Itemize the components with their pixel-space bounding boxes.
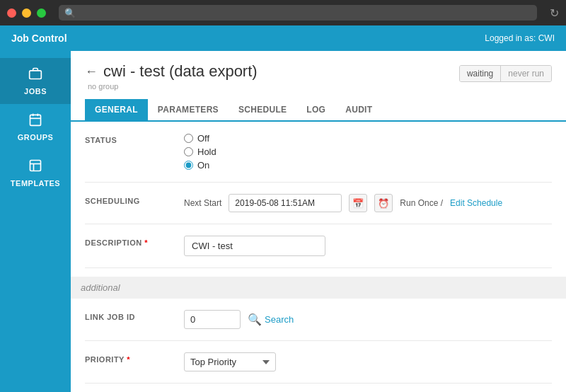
scheduling-section: SCHEDULING Next Start 📅 ⏰ Run Once / Edi…	[85, 183, 552, 224]
tab-parameters[interactable]: PARAMETERS	[148, 99, 229, 122]
tab-log[interactable]: LOG	[296, 99, 335, 122]
sidebar-item-jobs[interactable]: JOBS	[0, 58, 71, 104]
description-label: DESCRIPTION *	[85, 236, 156, 247]
page-title-area: ← cwi - test (data export) no group	[85, 62, 258, 91]
search-bar: 🔍	[59, 5, 537, 21]
status-on-radio[interactable]	[184, 161, 193, 170]
link-job-label: LINK JOB ID	[85, 310, 156, 321]
status-off-radio[interactable]	[184, 134, 193, 143]
back-arrow-icon[interactable]: ←	[85, 64, 98, 79]
logged-in-label: Logged in as: CWI	[485, 33, 555, 43]
sidebar-groups-label: GROUPS	[18, 133, 54, 142]
maximize-button[interactable]	[37, 8, 46, 18]
status-on-label: On	[197, 160, 209, 171]
page-header: ← cwi - test (data export) no group wait…	[71, 51, 566, 93]
app-title: Job Control	[11, 33, 67, 44]
sidebar-item-groups[interactable]: GROUPS	[0, 104, 71, 150]
search-label: Search	[265, 314, 294, 325]
next-start-input[interactable]	[229, 194, 342, 212]
status-off-option[interactable]: Off	[184, 133, 552, 144]
title-bar: 🔍 ↻	[0, 0, 566, 25]
svg-rect-1	[30, 115, 41, 125]
groups-icon	[28, 113, 42, 130]
status-hold-radio[interactable]	[184, 147, 193, 156]
status-hold-option[interactable]: Hold	[184, 146, 552, 157]
sidebar-item-templates[interactable]: TEMPLATES	[0, 150, 71, 196]
status-hold-label: Hold	[197, 146, 216, 157]
scheduling-row: Next Start 📅 ⏰ Run Once / Edit Schedule	[184, 194, 552, 212]
status-section: STATUS Off Hold On	[85, 122, 552, 183]
scheduling-controls: Next Start 📅 ⏰ Run Once / Edit Schedule	[184, 194, 552, 212]
main-content: ← cwi - test (data export) no group wait…	[71, 51, 566, 392]
status-on-option[interactable]: On	[184, 160, 552, 171]
priority-controls: Top Priority High Normal Low	[184, 352, 552, 371]
svg-rect-0	[30, 71, 42, 79]
minimize-button[interactable]	[22, 8, 31, 18]
tab-schedule[interactable]: SCHEDULE	[229, 99, 296, 122]
search-icon: 🔍	[64, 8, 76, 18]
status-badge: waiting never run	[459, 65, 552, 82]
status-label: STATUS	[85, 133, 156, 144]
badge-never-run: never run	[501, 66, 551, 81]
link-job-section: LINK JOB ID 🔍 Search	[85, 299, 552, 341]
calendar-icon-button[interactable]: 📅	[349, 194, 367, 212]
tab-general[interactable]: GENERAL	[85, 99, 148, 122]
tab-bar: GENERAL PARAMETERS SCHEDULE LOG AUDIT	[71, 99, 566, 122]
clock-icon-button[interactable]: ⏰	[374, 194, 393, 212]
refresh-icon[interactable]: ↻	[550, 6, 559, 20]
status-radio-group: Off Hold On	[184, 133, 552, 171]
additional-label: additional	[81, 282, 120, 293]
sidebar-jobs-label: JOBS	[24, 87, 47, 96]
sidebar: JOBS GROUPS TEMPLATES	[0, 51, 71, 392]
priority-label: PRIORITY *	[85, 352, 156, 364]
page-title: ← cwi - test (data export)	[85, 62, 258, 81]
additional-section: additional	[71, 277, 566, 299]
main-layout: JOBS GROUPS TEMPLATES	[0, 51, 566, 392]
search-button[interactable]: 🔍 Search	[248, 313, 294, 326]
form-content: STATUS Off Hold On	[71, 122, 566, 392]
search-circle-icon: 🔍	[248, 313, 262, 326]
priority-select[interactable]: Top Priority High Normal Low	[184, 352, 276, 371]
link-job-input[interactable]	[184, 310, 241, 329]
link-job-controls: 🔍 Search	[184, 310, 552, 329]
tab-audit[interactable]: AUDIT	[335, 99, 382, 122]
app-header: Job Control Logged in as: CWI	[0, 25, 566, 51]
status-controls: Off Hold On	[184, 133, 552, 171]
templates-icon	[28, 158, 42, 176]
scheduling-label: SCHEDULING	[85, 194, 156, 205]
run-once-text: Run Once /	[400, 198, 443, 208]
priority-section: PRIORITY * Top Priority High Normal Low	[85, 341, 552, 384]
close-button[interactable]	[7, 8, 16, 18]
description-controls	[184, 236, 552, 256]
status-off-label: Off	[197, 133, 209, 144]
link-job-row: 🔍 Search	[184, 310, 552, 329]
svg-rect-5	[30, 161, 41, 171]
group-label: no group	[85, 82, 258, 91]
badge-waiting: waiting	[460, 66, 501, 81]
next-start-label: Next Start	[184, 198, 221, 208]
sidebar-templates-label: TEMPLATES	[11, 179, 60, 188]
description-required-star: *	[144, 238, 148, 247]
job-title: cwi - test (data export)	[103, 62, 258, 81]
briefcase-icon	[28, 67, 42, 84]
description-input[interactable]	[184, 236, 325, 256]
priority-required-star: *	[127, 355, 130, 364]
description-section: DESCRIPTION *	[85, 224, 552, 268]
edit-schedule-link[interactable]: Edit Schedule	[450, 198, 502, 208]
